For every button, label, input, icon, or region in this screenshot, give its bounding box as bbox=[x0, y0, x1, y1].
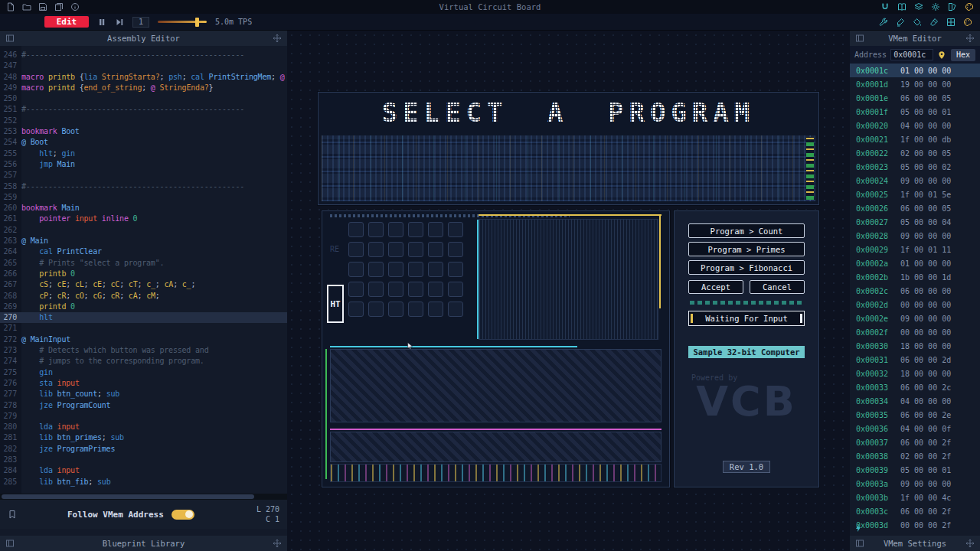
assembly-code-area[interactable]: 246#------------------------------------… bbox=[0, 46, 287, 494]
pin-icon[interactable] bbox=[937, 51, 946, 60]
status-display[interactable]: Waiting For Input bbox=[688, 311, 805, 326]
code-line[interactable]: 251#------------------------------------… bbox=[0, 104, 287, 115]
register-cell[interactable] bbox=[388, 282, 403, 297]
register-cell[interactable] bbox=[428, 262, 443, 277]
paint-bucket-icon[interactable] bbox=[913, 18, 922, 27]
vmem-row[interactable]: 0x0002b1b 00 00 1d bbox=[850, 270, 980, 284]
gear-icon[interactable] bbox=[931, 2, 940, 11]
vmem-row[interactable]: 0x0003106 00 00 2d bbox=[850, 353, 980, 367]
accept-button[interactable]: Accept bbox=[688, 280, 743, 294]
vmem-row[interactable]: 0x0003c06 00 00 2f bbox=[850, 504, 980, 518]
vmem-row[interactable]: 0x0002809 00 00 00 bbox=[850, 229, 980, 243]
memory-array[interactable] bbox=[479, 219, 658, 340]
vmem-row[interactable]: 0x0003b1f 00 00 4c bbox=[850, 491, 980, 504]
swatches-icon[interactable] bbox=[948, 2, 957, 11]
register-cell[interactable] bbox=[368, 242, 384, 257]
code-line[interactable]: 260bookmark Main bbox=[0, 203, 287, 214]
save-all-icon[interactable] bbox=[54, 2, 64, 11]
hex-format-button[interactable]: Hex bbox=[951, 49, 975, 61]
brush-icon[interactable] bbox=[896, 18, 905, 27]
register-cell[interactable] bbox=[348, 302, 364, 317]
palette-icon[interactable] bbox=[965, 2, 974, 11]
register-cell[interactable] bbox=[408, 262, 423, 277]
vmem-row[interactable]: 0x0003802 00 00 2f bbox=[850, 449, 980, 463]
register-cell[interactable] bbox=[448, 222, 463, 237]
tps-slider[interactable] bbox=[158, 17, 207, 28]
panel-icon[interactable] bbox=[855, 539, 864, 548]
ht-module[interactable]: HT bbox=[327, 285, 344, 323]
cancel-button[interactable]: Cancel bbox=[750, 280, 805, 294]
scrollbar-thumb[interactable] bbox=[2, 494, 254, 499]
register-cell[interactable] bbox=[408, 242, 423, 257]
code-line[interactable]: 268 cP; cR; cO; cG; cR; cA; cM; bbox=[0, 291, 287, 302]
code-line[interactable]: 275 gin bbox=[0, 367, 287, 378]
code-line[interactable]: 270 hlt bbox=[0, 312, 287, 323]
register-cell[interactable] bbox=[428, 302, 443, 317]
vmem-row[interactable]: 0x0002f00 00 00 00 bbox=[850, 325, 980, 339]
display-board[interactable]: SELECT A PROGRAM bbox=[318, 92, 819, 205]
register-cell[interactable] bbox=[388, 242, 403, 257]
tps-slider-handle[interactable] bbox=[195, 18, 199, 27]
register-cell[interactable] bbox=[388, 262, 403, 277]
vmem-row[interactable]: 0x000291f 00 01 11 bbox=[850, 243, 980, 256]
vmem-row[interactable]: 0x0003018 00 00 00 bbox=[850, 339, 980, 353]
register-grid[interactable] bbox=[348, 222, 463, 317]
register-cell[interactable] bbox=[388, 222, 403, 237]
vmem-row[interactable]: 0x0003604 00 00 0f bbox=[850, 422, 980, 435]
cpu-board[interactable]: RE HT bbox=[322, 210, 670, 487]
code-line[interactable]: 259 bbox=[0, 192, 287, 203]
code-line[interactable]: 276 sta input bbox=[0, 378, 287, 389]
vmem-row[interactable]: 0x0002202 00 00 05 bbox=[850, 146, 980, 160]
vmem-row[interactable]: 0x0001d19 00 00 00 bbox=[850, 77, 980, 91]
vmem-row[interactable]: 0x0002705 00 00 04 bbox=[850, 215, 980, 229]
code-line[interactable]: 271 bbox=[0, 323, 287, 334]
magnet-icon[interactable] bbox=[880, 2, 890, 11]
layers-icon[interactable] bbox=[914, 2, 923, 11]
register-cell[interactable] bbox=[368, 302, 384, 317]
save-icon[interactable] bbox=[38, 2, 47, 11]
code-line[interactable]: 278 jze ProgramCount bbox=[0, 400, 287, 411]
lightning-icon[interactable] bbox=[854, 523, 863, 533]
vmem-row[interactable]: 0x0001e06 00 00 05 bbox=[850, 91, 980, 105]
code-line[interactable]: 285 lib btn_fib; sub bbox=[0, 477, 287, 487]
vmem-row[interactable]: 0x0003706 00 00 2f bbox=[850, 435, 980, 449]
vmem-row[interactable]: 0x000211f 00 00 db bbox=[850, 132, 980, 146]
program-select-panel[interactable]: Program > CountProgram > PrimesProgram >… bbox=[674, 210, 819, 487]
vmem-row[interactable]: 0x0001c01 00 00 00 bbox=[850, 64, 980, 77]
code-line[interactable]: 261 pointer input inline 0 bbox=[0, 214, 287, 224]
logic-block[interactable] bbox=[330, 349, 662, 422]
register-cell[interactable] bbox=[448, 242, 463, 257]
code-line[interactable]: 246#------------------------------------… bbox=[0, 50, 287, 60]
code-horizontal-scrollbar[interactable] bbox=[0, 494, 287, 500]
panel-icon[interactable] bbox=[5, 34, 15, 43]
eraser-icon[interactable] bbox=[929, 18, 939, 27]
register-cell[interactable] bbox=[408, 302, 423, 317]
blueprint-library-bar[interactable]: Blueprint Library bbox=[0, 536, 287, 551]
vmem-row[interactable]: 0x0003905 00 00 01 bbox=[850, 463, 980, 477]
vmem-row[interactable]: 0x0003218 00 00 00 bbox=[850, 367, 980, 380]
register-cell[interactable] bbox=[348, 222, 364, 237]
follow-vmem-toggle[interactable] bbox=[172, 510, 194, 520]
register-cell[interactable] bbox=[368, 222, 384, 237]
register-cell[interactable] bbox=[348, 242, 364, 257]
register-cell[interactable] bbox=[348, 262, 364, 277]
code-line[interactable]: 284 lda input bbox=[0, 465, 287, 476]
code-line[interactable]: 263@ Main bbox=[0, 236, 287, 246]
code-line[interactable]: 272@ MainInput bbox=[0, 334, 287, 345]
register-cell[interactable] bbox=[428, 282, 443, 297]
address-input[interactable] bbox=[890, 49, 933, 60]
move-panel-icon[interactable] bbox=[965, 34, 975, 43]
step-count-field[interactable]: 1 bbox=[132, 17, 149, 28]
program-button[interactable]: Program > Fibonacci bbox=[688, 260, 805, 275]
code-line[interactable]: 248macro printb {lia StringStarta?; psh;… bbox=[0, 72, 287, 83]
register-cell[interactable] bbox=[448, 262, 463, 277]
vmem-row[interactable]: 0x0003506 00 00 2e bbox=[850, 408, 980, 422]
code-line[interactable]: 283 bbox=[0, 455, 287, 465]
code-line[interactable]: 253bookmark Boot bbox=[0, 126, 287, 137]
code-line[interactable]: 250 bbox=[0, 93, 287, 104]
pause-icon[interactable] bbox=[97, 18, 106, 27]
code-line[interactable]: 264 cal PrintClear bbox=[0, 246, 287, 257]
circuit-canvas[interactable]: SELECT A PROGRAM RE HT Program > CountPr… bbox=[287, 31, 850, 551]
vmem-row[interactable]: 0x0002c06 00 00 00 bbox=[850, 284, 980, 298]
display-circuitry[interactable] bbox=[322, 135, 815, 201]
